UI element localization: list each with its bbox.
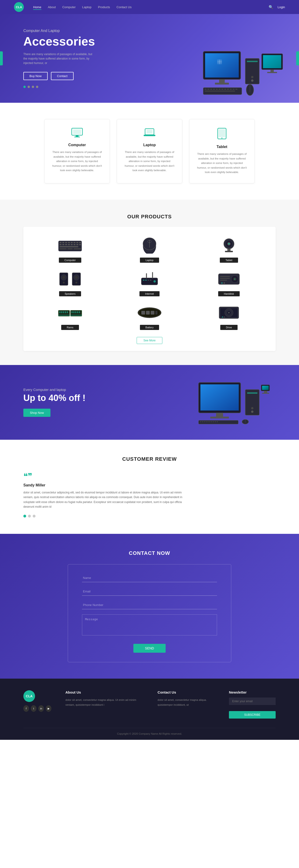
- feature-title-tablet: Tablet: [196, 145, 248, 149]
- product-img-drive: [215, 303, 243, 322]
- name-field[interactable]: [82, 574, 217, 582]
- product-label-computer[interactable]: Computer: [59, 257, 81, 263]
- computer-illustration-svg: [201, 47, 285, 103]
- svg-rect-109: [75, 311, 77, 313]
- harddisk-svg: [217, 271, 241, 287]
- hero-dot-2[interactable]: [28, 86, 30, 88]
- contact-button[interactable]: Contact: [51, 72, 73, 80]
- nav-item-home[interactable]: Home: [33, 5, 41, 9]
- svg-point-131: [251, 407, 253, 409]
- review-dot-1[interactable]: [23, 515, 26, 518]
- reviewer-text: dolor sit amet, consectetur adipiscing e…: [23, 490, 187, 509]
- message-field[interactable]: [82, 614, 217, 636]
- feature-desc-tablet: There are many variations of passages of…: [196, 152, 248, 175]
- hero-dot-1[interactable]: [23, 86, 26, 88]
- svg-rect-19: [210, 89, 212, 90]
- svg-rect-104: [67, 311, 68, 313]
- svg-rect-114: [141, 311, 145, 315]
- shop-now-button[interactable]: Shop Now: [23, 409, 51, 417]
- product-label-internet[interactable]: Internet: [140, 291, 159, 296]
- mouse-svg: [139, 237, 160, 254]
- svg-rect-111: [79, 311, 80, 313]
- nav-item-contact[interactable]: Contact Us: [117, 5, 131, 9]
- send-button[interactable]: SEND: [133, 644, 166, 653]
- buy-now-button[interactable]: Buy Now: [23, 72, 48, 80]
- navbar: CLA Home About Computer Laptop Products …: [0, 0, 299, 14]
- nav-item-computer[interactable]: Computer: [62, 5, 76, 9]
- linkedin-icon[interactable]: in: [38, 705, 44, 712]
- product-label-speakers[interactable]: Speakers: [59, 291, 81, 296]
- svg-rect-71: [227, 249, 231, 251]
- hero-dot-3[interactable]: [32, 86, 34, 88]
- product-label-harddisk[interactable]: Harddisk: [218, 291, 239, 296]
- product-img-tablet: [215, 236, 243, 255]
- product-label-rams[interactable]: Rams: [61, 325, 79, 330]
- svg-rect-46: [68, 242, 70, 243]
- svg-rect-48: [73, 242, 76, 243]
- footer-logo-col: CLA f t in ▶: [23, 690, 51, 718]
- svg-rect-52: [62, 244, 64, 245]
- product-label-laptop[interactable]: Laptop: [140, 257, 159, 263]
- svg-point-70: [228, 243, 230, 245]
- products-title: OUR PRODUCTS: [23, 214, 276, 220]
- svg-point-41: [221, 137, 222, 138]
- svg-rect-136: [262, 393, 269, 394]
- svg-rect-146: [215, 421, 216, 422]
- review-dot-2[interactable]: [28, 515, 31, 518]
- see-more-button[interactable]: See More: [137, 337, 162, 344]
- product-label-battery[interactable]: Battery: [140, 325, 159, 330]
- svg-rect-123: [222, 317, 223, 317]
- svg-rect-108: [73, 311, 74, 313]
- svg-rect-40: [219, 129, 225, 137]
- product-label-tablet[interactable]: Tablet: [220, 257, 238, 263]
- nav-item-laptop[interactable]: Laptop: [82, 5, 92, 9]
- hero-dot-4[interactable]: [36, 86, 38, 88]
- svg-point-10: [251, 76, 253, 78]
- laptop-icon: [124, 128, 175, 140]
- footer-about-col: About Us dolor sit amet, consectetur mag…: [65, 690, 144, 718]
- keyboard-svg: [57, 237, 83, 254]
- svg-rect-27: [233, 89, 235, 90]
- twitter-icon[interactable]: t: [31, 705, 36, 712]
- svg-rect-94: [220, 278, 230, 279]
- svg-point-75: [62, 276, 65, 279]
- product-item-rams: Rams: [33, 303, 108, 330]
- products-section: OUR PRODUCTS: [0, 200, 299, 365]
- hero-left-bar: [0, 51, 3, 65]
- product-label-drive[interactable]: Drive: [220, 325, 238, 330]
- contact-form: SEND: [82, 574, 217, 653]
- youtube-icon[interactable]: ▶: [46, 705, 51, 712]
- footer-contact-col: Contact Us dolor sit amet, consectetur m…: [158, 690, 215, 718]
- svg-rect-128: [210, 416, 229, 418]
- svg-rect-50: [79, 242, 81, 243]
- product-item-tablet: Tablet: [191, 236, 266, 263]
- nav-item-about[interactable]: About: [48, 5, 56, 9]
- phone-field[interactable]: [82, 601, 217, 609]
- review-dots: [23, 515, 276, 518]
- footer-newsletter-col: Newsletter SUBSCRIBE: [229, 690, 276, 718]
- search-icon[interactable]: 🔍: [269, 5, 273, 9]
- hero-right-bar: [296, 51, 299, 65]
- footer-contact-text: dolor sit amet, consectetur magna aliqua…: [158, 698, 215, 707]
- svg-rect-141: [206, 421, 207, 422]
- product-item-drive: Drive: [191, 303, 266, 330]
- svg-rect-51: [60, 244, 61, 245]
- hero-buttons: Buy Now Contact: [23, 72, 95, 80]
- svg-rect-143: [209, 421, 210, 422]
- login-button[interactable]: Login: [277, 5, 285, 9]
- feature-desc-laptop: There are many variations of passages of…: [124, 150, 175, 173]
- logo[interactable]: CLA: [14, 2, 24, 12]
- hero-subtitle: Computer And Laptop: [23, 29, 95, 33]
- newsletter-email-input[interactable]: [229, 698, 276, 705]
- svg-rect-28: [236, 89, 237, 90]
- drive-svg: [217, 305, 241, 321]
- nav-item-products[interactable]: Products: [98, 5, 110, 9]
- facebook-icon[interactable]: f: [23, 705, 29, 712]
- products-grid: Computer Laptop: [33, 236, 266, 330]
- review-dot-3[interactable]: [33, 515, 35, 518]
- svg-rect-99: [58, 315, 70, 316]
- email-field[interactable]: [82, 587, 217, 596]
- svg-rect-60: [60, 248, 66, 249]
- subscribe-button[interactable]: SUBSCRIBE: [229, 711, 276, 718]
- newsletter-input-row: [229, 698, 276, 707]
